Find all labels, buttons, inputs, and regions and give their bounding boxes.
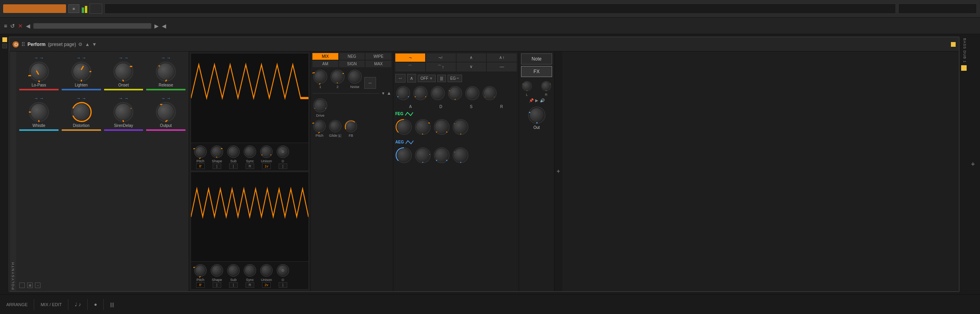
mix-link-btn[interactable]: ↔ (364, 77, 376, 89)
osc1-unison-knob[interactable] (259, 145, 273, 159)
mod-env-btn[interactable]: ∧ (407, 74, 416, 83)
small-btn-2[interactable]: ⊞ (27, 283, 33, 288)
shape-neg-btn[interactable]: ¬ (395, 53, 425, 62)
power-button[interactable]: ⏻ (13, 41, 19, 48)
bottom-bars-icon[interactable]: ||| (110, 301, 114, 307)
release-knob-wrapper[interactable] (155, 61, 176, 82)
close-icon[interactable]: ✕ (18, 23, 23, 29)
shape-peak2-btn[interactable]: ∧↑ (487, 53, 517, 62)
fx-btn[interactable]: FX (521, 66, 552, 77)
shape-neg2-btn[interactable]: ¬↑ (426, 53, 456, 62)
mod-k5[interactable] (464, 85, 480, 101)
neg-btn[interactable]: NEG (339, 53, 365, 60)
distortion-knob-wrapper[interactable] (71, 101, 92, 123)
feg-a-knob[interactable] (395, 118, 413, 136)
osc2-sub-value[interactable]: | (229, 282, 238, 288)
scrollbar[interactable] (33, 23, 151, 29)
shape-flat-btn[interactable]: — (487, 62, 517, 72)
sign-btn[interactable]: SIGN (339, 61, 365, 67)
bottom-mix-btn[interactable]: MIX / EDIT (40, 302, 62, 307)
mix-glide-knob[interactable] (328, 119, 342, 133)
aeg-r-knob[interactable] (452, 147, 469, 164)
mix-arrow-down-icon[interactable]: ▼ (381, 91, 385, 95)
feg-r-knob[interactable] (452, 118, 469, 136)
mod-k6[interactable] (482, 85, 497, 101)
speaker-icon[interactable]: 🔊 (540, 98, 545, 103)
osc1-sync-value[interactable]: R (246, 163, 254, 169)
osc2-shape-value[interactable]: | (213, 282, 221, 288)
mod-k3[interactable] (430, 85, 446, 101)
sirendelay-knob-wrapper[interactable] (113, 101, 134, 123)
mod-off-btn[interactable]: OFF ▼ (418, 75, 436, 82)
osc2-sub-knob[interactable] (226, 263, 240, 277)
osc2-shape-knob[interactable] (210, 263, 224, 277)
mix-knob1[interactable] (312, 69, 328, 84)
osc1-link-value[interactable]: | (279, 163, 287, 169)
osc2-sync-knob[interactable] (243, 263, 257, 277)
bottom-arrange-btn[interactable]: ARRANGE (6, 302, 28, 307)
add-channel-btn[interactable]: + (554, 51, 562, 291)
osc1-shape-value[interactable]: | (213, 163, 221, 169)
wipe-btn[interactable]: WIPE (365, 53, 391, 60)
feg-s-knob[interactable] (433, 118, 450, 136)
list-icon[interactable]: ≡ (4, 23, 7, 29)
osc1-pitch-knob[interactable] (193, 145, 207, 159)
aeg-d-knob[interactable] (414, 147, 431, 164)
aeg-a-knob[interactable] (395, 147, 413, 164)
mix-noise-knob[interactable] (347, 69, 363, 84)
mix-btn[interactable]: MIX (312, 53, 338, 60)
osc2-sync-value[interactable]: R (246, 282, 254, 288)
arrow-up-icon[interactable]: ▲ (85, 42, 90, 47)
mod-k4[interactable] (447, 85, 463, 101)
mix-pitch-knob[interactable] (312, 119, 327, 133)
mix-drive-knob[interactable] (312, 97, 328, 113)
whistle-knob-wrapper[interactable] (28, 101, 50, 123)
max-btn[interactable]: MAX (365, 61, 391, 67)
arrow-left2-icon[interactable]: ◀ (162, 23, 166, 29)
shape-peak-btn[interactable]: ∧ (457, 53, 486, 62)
arrow-left-icon[interactable]: ◀ (26, 23, 30, 29)
list-btn[interactable]: ≡ (68, 4, 79, 13)
osc1-sub-value[interactable]: | (229, 163, 238, 169)
small-btn-3[interactable]: ↔ (35, 283, 40, 288)
onset-knob-wrapper[interactable] (113, 61, 134, 82)
output-knob-wrapper[interactable] (155, 101, 176, 123)
osc2-pitch-value[interactable]: 8' (196, 282, 205, 288)
mod-bars-btn[interactable]: ||| (437, 75, 446, 82)
play-icon[interactable]: ▶ (535, 98, 538, 103)
mix-knob2[interactable] (330, 69, 345, 84)
osc2-link-value[interactable]: | (279, 282, 287, 288)
mod-k1[interactable] (395, 85, 411, 101)
osc1-link-knob[interactable]: ⊙ (276, 145, 290, 159)
lopass-knob-wrapper[interactable] (28, 61, 50, 82)
am-btn[interactable]: AM (312, 61, 338, 67)
osc1-pitch-value[interactable]: 8' (196, 163, 205, 169)
osc2-link-knob[interactable]: ⊙ (276, 263, 290, 277)
osc1-unison-value[interactable]: 1v (262, 163, 271, 169)
arrow-right-icon[interactable]: ▶ (154, 23, 159, 29)
mod-link-btn[interactable]: ↔ (395, 74, 406, 83)
lighten-knob-wrapper[interactable] (71, 61, 92, 82)
osc1-sync-knob[interactable] (243, 145, 257, 159)
r-knob[interactable] (540, 80, 552, 92)
feg-d-knob[interactable] (414, 118, 431, 136)
osc2-pitch-knob[interactable] (193, 263, 207, 277)
bottom-note-icon[interactable]: ♩ ♪ (75, 301, 81, 307)
track-btn[interactable] (2, 44, 7, 48)
shape-arcup-btn[interactable]: ⌒↑ (426, 62, 456, 72)
osc2-unison-knob[interactable] (259, 263, 273, 277)
aeg-s-knob[interactable] (433, 147, 450, 164)
shape-arc-btn[interactable]: ⌒ (395, 62, 425, 72)
osc1-shape-knob[interactable] (210, 145, 224, 159)
osc2-unison-value[interactable]: 2v (262, 282, 271, 288)
track-name[interactable] (3, 4, 66, 13)
l-knob[interactable] (521, 80, 533, 92)
out-knob[interactable] (527, 106, 546, 125)
mix-fb-knob[interactable] (344, 119, 358, 133)
undo-icon[interactable]: ↺ (10, 23, 15, 29)
mod-eg-btn[interactable]: EG ✏ (448, 75, 462, 82)
shape-valley-btn[interactable]: ∨ (457, 62, 486, 72)
note-btn[interactable]: Note (521, 53, 552, 64)
mod-k2[interactable] (413, 85, 428, 101)
settings-icon[interactable]: ⚙ (78, 42, 83, 47)
